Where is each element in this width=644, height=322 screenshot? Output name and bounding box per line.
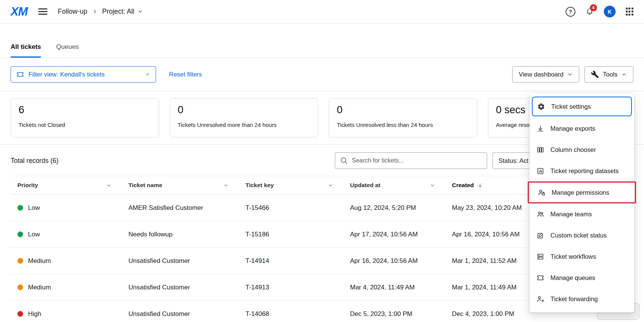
ticket-name-cell: Unsatisfied Customer [122, 310, 239, 318]
help-icon[interactable]: ? [566, 7, 575, 17]
updated-at-cell: Apr 16, 2024, 10:56 AM [343, 257, 445, 265]
ticket-search [335, 152, 487, 169]
notification-badge: 4 [590, 4, 597, 11]
stat-card-unresolved-under-24h: 0 Tickets Unresolved less than 24 hours [329, 98, 477, 138]
ticket-icon [536, 274, 545, 282]
chart-icon [536, 167, 545, 175]
menu-item-column-chooser[interactable]: Column chooser [530, 139, 634, 160]
menu-item-ticket-settings[interactable]: Ticket settings [532, 97, 632, 116]
ticket-key-cell: T-15466 [239, 204, 343, 212]
stat-card-not-closed: 6 Tickets not Closed [11, 98, 159, 138]
chevron-down-icon [328, 183, 333, 188]
filter-view-dropdown[interactable]: Filter view: Kendall's tickets [11, 66, 156, 83]
chevron-down-icon [138, 9, 143, 14]
priority-label: Low [28, 231, 40, 238]
person-lock-icon [538, 189, 546, 197]
chevron-up-icon [621, 72, 627, 77]
gear-icon [537, 103, 546, 111]
tab-queues[interactable]: Queues [56, 43, 79, 58]
priority-dot [17, 231, 23, 237]
filter-bar: Filter view: Kendall's tickets Reset fil… [0, 58, 644, 91]
search-input[interactable] [335, 152, 487, 169]
priority-dot [17, 205, 23, 211]
chevron-down-icon [223, 183, 229, 188]
ticket-name-cell: Needs followup [122, 231, 239, 238]
ticket-key-cell: T-15186 [239, 231, 343, 238]
workflow-icon [536, 253, 545, 261]
chevron-down-icon [145, 72, 150, 77]
ticket-name-cell: Unsatisfied Customer [122, 284, 239, 291]
updated-at-cell: Apr 17, 2024, 10:56 AM [343, 231, 445, 238]
view-dashboard-button[interactable]: View dashboard [512, 66, 579, 83]
hamburger-menu-icon[interactable] [38, 7, 47, 17]
edit-icon [536, 231, 545, 239]
xm-logo[interactable]: XM [11, 5, 28, 19]
column-header-ticket-key[interactable]: Ticket key [239, 182, 343, 189]
person-forward-icon [536, 295, 545, 303]
column-header-ticket-name[interactable]: Ticket name [122, 182, 239, 189]
chevron-right-icon [92, 9, 98, 14]
ticket-name-cell: AMER Satisfied Customer [122, 204, 239, 212]
chevron-down-icon [567, 72, 573, 77]
menu-item-ticket-reporting-datasets[interactable]: Ticket reporting datasets [530, 160, 634, 181]
column-header-updated-at[interactable]: Updated at [343, 182, 445, 189]
topbar: XM Follow-up Project: All ? 4 K [0, 0, 644, 23]
breadcrumb-project[interactable]: Project: All [102, 8, 143, 16]
menu-item-ticket-forwarding[interactable]: Ticket forwarding [530, 288, 634, 309]
ticket-key-cell: T-14068 [239, 310, 343, 318]
priority-dot [17, 311, 23, 317]
total-records-label: Total records (6) [11, 157, 58, 165]
breadcrumb: Follow-up Project: All [58, 8, 143, 16]
breadcrumb-section[interactable]: Follow-up [58, 8, 88, 16]
apps-grid-icon[interactable] [626, 8, 633, 15]
ticket-key-cell: T-14914 [239, 257, 343, 265]
priority-label: Medium [28, 284, 51, 291]
column-header-priority[interactable]: Priority [11, 182, 122, 189]
search-icon [340, 156, 348, 164]
reset-filters-link[interactable]: Reset filters [169, 71, 202, 78]
priority-dot [17, 258, 23, 264]
priority-label: Low [28, 204, 40, 212]
menu-item-manage-queues[interactable]: Manage queues [530, 267, 634, 288]
columns-icon [536, 146, 545, 154]
menu-item-manage-permissions[interactable]: Manage permissions [528, 181, 636, 203]
wrench-icon [591, 70, 599, 78]
menu-item-ticket-workflows[interactable]: Ticket workflows [530, 246, 634, 267]
chevron-down-icon [106, 183, 112, 188]
priority-dot [17, 284, 23, 290]
menu-item-manage-teams[interactable]: Manage teams [530, 203, 634, 225]
updated-at-cell: Dec 5, 2023, 1:00 PM [343, 310, 445, 318]
priority-label: High [28, 310, 41, 318]
tabs: All tickets Queues [0, 23, 644, 58]
updated-at-cell: Aug 12, 2024, 5:20 PM [343, 204, 445, 212]
notifications-button[interactable]: 4 [586, 7, 594, 16]
sort-descending-icon [477, 183, 483, 188]
menu-item-custom-ticket-status[interactable]: Custom ticket status [530, 225, 634, 246]
avatar[interactable]: K [604, 6, 616, 17]
people-icon [536, 210, 545, 218]
download-icon [536, 125, 545, 133]
chevron-down-icon [430, 183, 435, 188]
ticket-icon [16, 70, 24, 78]
stat-card-unresolved-over-24h: 0 Tickets Unresolved more than 24 hours [170, 98, 318, 138]
tab-all-tickets[interactable]: All tickets [11, 43, 41, 58]
tools-menu: Ticket settings Manage exports Column ch… [530, 94, 634, 313]
priority-label: Medium [28, 257, 51, 265]
updated-at-cell: Mar 4, 2024, 11:49 AM [343, 284, 445, 291]
ticket-name-cell: Unsatisfied Customer [122, 257, 239, 265]
tools-button[interactable]: Tools [585, 66, 633, 83]
menu-item-manage-exports[interactable]: Manage exports [530, 118, 634, 139]
ticket-key-cell: T-14913 [239, 284, 343, 291]
